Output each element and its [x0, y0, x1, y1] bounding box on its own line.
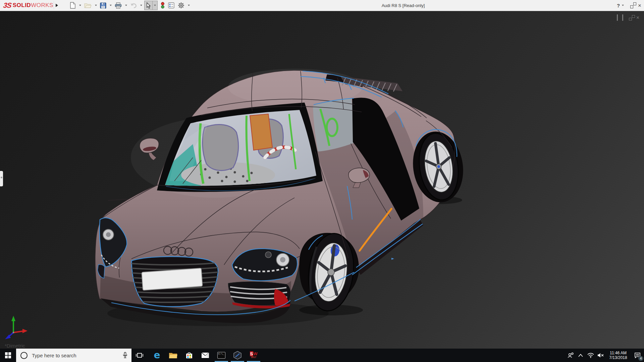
- options-dropdown-caret[interactable]: [188, 5, 190, 6]
- taskbar-app-mail[interactable]: [197, 349, 213, 362]
- print-button[interactable]: [114, 1, 123, 10]
- undo-dropdown-caret[interactable]: [140, 5, 142, 6]
- window-title: Audi R8 S [Read-only]: [382, 0, 425, 11]
- feature-tree-flyout-tab[interactable]: [0, 171, 3, 186]
- stoplight-icon: [161, 2, 165, 9]
- search-input[interactable]: [31, 352, 123, 359]
- appearance-stoplight-button[interactable]: [160, 1, 166, 10]
- open-icon: [84, 2, 92, 8]
- volume-muted-icon: [597, 353, 604, 358]
- chevron-up-icon: [578, 354, 583, 357]
- tile-window-button[interactable]: [622, 15, 623, 21]
- taskbar-app-solidworks[interactable]: SW 2017: [246, 349, 262, 362]
- volume-button[interactable]: [596, 349, 606, 362]
- screen: 3S SOLIDWORKS: [0, 0, 644, 362]
- window-icon: [617, 14, 618, 21]
- orientation-triad: [5, 316, 28, 339]
- file-explorer-icon: [169, 352, 177, 359]
- title-bar: 3S SOLIDWORKS: [0, 0, 644, 11]
- display-settings-icon: [168, 2, 174, 8]
- notification-badge: 4: [638, 356, 643, 361]
- clock-date: 7/13/2018: [609, 355, 627, 360]
- windows-logo-icon: [5, 352, 11, 358]
- window-icon: [622, 14, 623, 21]
- people-icon: [567, 352, 574, 358]
- print-icon: [115, 2, 122, 9]
- taskbar-search[interactable]: [16, 349, 131, 362]
- microphone-icon[interactable]: [123, 352, 127, 359]
- system-tray: 11:46 AM 7/13/2018 4: [566, 349, 644, 362]
- start-button[interactable]: [0, 349, 16, 362]
- select-dropdown-caret: [154, 5, 156, 6]
- solidworks-logo-mark: 3S: [3, 1, 12, 9]
- taskbar-app-edge[interactable]: e: [149, 349, 165, 362]
- document-window-controls: ×: [617, 15, 639, 21]
- hexagon-app-icon: [233, 351, 241, 360]
- flyout-arrow-icon: [56, 4, 58, 7]
- print-dropdown-caret[interactable]: [125, 5, 127, 6]
- cortana-icon: [20, 352, 28, 359]
- save-dropdown-caret[interactable]: [110, 5, 112, 6]
- select-tool[interactable]: [145, 1, 152, 10]
- open-dropdown-caret[interactable]: [95, 5, 97, 6]
- taskbar-app-store[interactable]: [181, 349, 197, 362]
- mail-icon: [201, 352, 209, 358]
- new-dropdown-caret[interactable]: [79, 5, 81, 6]
- taskbar-clock[interactable]: 11:46 AM 7/13/2018: [608, 351, 629, 360]
- undo-button[interactable]: [129, 1, 138, 10]
- command-prompt-icon: C:\_: [217, 352, 225, 359]
- select-dropdown[interactable]: [152, 1, 157, 10]
- save-button[interactable]: [99, 1, 107, 10]
- options-button[interactable]: [177, 1, 185, 10]
- task-view-icon: [136, 352, 143, 359]
- help-button[interactable]: ?: [617, 3, 620, 8]
- new-document-button[interactable]: [69, 1, 77, 10]
- network-button[interactable]: [586, 349, 596, 362]
- close-document-button[interactable]: ×: [636, 15, 639, 21]
- new-window-button[interactable]: [617, 15, 618, 21]
- windows-taskbar: e C:\_: [0, 349, 644, 362]
- car-model-audi-r8: *Dimetric: [0, 11, 644, 349]
- taskbar-app-hexagon[interactable]: [229, 349, 246, 362]
- people-button[interactable]: [566, 349, 576, 362]
- help-dropdown-caret[interactable]: [622, 5, 624, 6]
- select-tool-button-active[interactable]: [144, 1, 158, 10]
- graphics-viewport[interactable]: *Dimetric ×: [0, 11, 644, 349]
- quick-access-toolbar: [69, 0, 192, 11]
- close-button[interactable]: ×: [638, 3, 641, 8]
- select-cursor-icon: [146, 2, 151, 9]
- undo-icon: [130, 2, 137, 8]
- tray-overflow-button[interactable]: [576, 349, 586, 362]
- taskbar-app-command-prompt[interactable]: C:\_: [213, 349, 229, 362]
- solidworks-2017-icon: SW 2017: [250, 352, 258, 359]
- task-view-button[interactable]: [131, 349, 148, 362]
- solidworks-logo: 3S SOLIDWORKS: [3, 0, 53, 11]
- toolbar-flyout-button[interactable]: [54, 1, 59, 9]
- clock-time: 11:46 AM: [610, 351, 627, 355]
- action-center-button[interactable]: 4: [631, 349, 644, 362]
- taskbar-app-file-explorer[interactable]: [165, 349, 181, 362]
- store-icon: [185, 352, 193, 359]
- open-button[interactable]: [83, 1, 93, 10]
- gear-icon: [178, 2, 184, 9]
- view-orientation-label: *Dimetric: [5, 343, 25, 349]
- save-icon: [100, 2, 106, 9]
- wifi-icon: [587, 353, 594, 358]
- display-settings-button[interactable]: [167, 1, 175, 10]
- window-controls: ? ×: [617, 0, 641, 11]
- edge-icon: e: [154, 351, 160, 360]
- new-document-icon: [70, 2, 76, 9]
